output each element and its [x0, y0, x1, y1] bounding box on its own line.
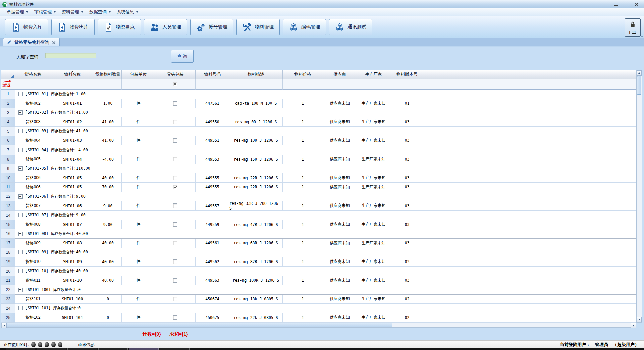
- row-number[interactable]: 24: [1, 304, 15, 313]
- row-number[interactable]: 21: [1, 276, 15, 285]
- column-header-物料价格[interactable]: 物料价格: [283, 70, 323, 79]
- filter-cell-包装单位[interactable]: [122, 79, 155, 90]
- group-row[interactable]: 20[SMT01-10] 库存数量合计:40.00: [1, 267, 636, 276]
- group-row[interactable]: 5[SMT01-03] 库存数量合计:41.00: [1, 127, 636, 136]
- menu-audit-mgmt[interactable]: 审核管理: [31, 8, 59, 16]
- toolbar-button-personnel-mgmt[interactable]: 人员管理: [144, 19, 187, 35]
- table-row[interactable]: 10货格006SMT01-0540.00件449555res-mg 22R J …: [1, 173, 636, 183]
- checkbox-unchecked[interactable]: [173, 315, 177, 320]
- collapse-group-icon[interactable]: [18, 110, 23, 115]
- column-header-货格名称[interactable]: 货格名称: [15, 70, 51, 79]
- menu-system-info[interactable]: 系统信息: [114, 8, 141, 16]
- table-row[interactable]: 13货格007SMT01-069.00件449557res-mg 33R J 2…: [1, 201, 636, 211]
- column-header-物料号码[interactable]: 物料号码: [196, 70, 229, 79]
- table-row[interactable]: 15货格008SMT01-079.00件449559res-mg 47R J 1…: [1, 220, 636, 229]
- row-number[interactable]: 25: [1, 313, 15, 323]
- row-number[interactable]: 7: [1, 145, 15, 155]
- toolbar-button-account-mgmt[interactable]: 帐号管理: [190, 19, 233, 35]
- group-row[interactable]: 12[SMT01-06] 库存数量合计:9.00: [1, 192, 636, 201]
- horizontal-scroll-thumb[interactable]: [7, 323, 392, 327]
- tab-huoge-lingtou-query[interactable]: 货格零头物料查询: [3, 38, 60, 46]
- row-number[interactable]: 10: [1, 173, 15, 183]
- toolbar-button-comm-test[interactable]: 通讯测试: [329, 19, 372, 35]
- checkbox-unchecked[interactable]: [173, 138, 177, 143]
- filter-cell-物料描述[interactable]: [229, 79, 283, 90]
- filter-cell-货格名称[interactable]: [15, 79, 51, 90]
- table-row[interactable]: 19货格010SMT01-0940.00件449562res-mg 82R J …: [1, 257, 636, 267]
- row-number[interactable]: 15: [1, 220, 15, 229]
- table-row[interactable]: 21货格011SMT01-1040.00件449563res-mg 100R J…: [1, 276, 636, 285]
- filter-checkbox[interactable]: [173, 82, 177, 86]
- table-row[interactable]: 2货格002SMT01-011.00件447561cap-ta 10u M 10…: [1, 99, 636, 108]
- lock-f11-button[interactable]: F11: [625, 18, 641, 37]
- checkbox-unchecked[interactable]: [173, 222, 177, 227]
- column-header-生产厂家[interactable]: 生产厂家: [357, 70, 390, 79]
- filter-cell-物料版本号[interactable]: [390, 79, 424, 90]
- row-number[interactable]: 6: [1, 136, 15, 145]
- tab-close-icon[interactable]: [52, 41, 56, 44]
- scroll-left-icon[interactable]: [2, 323, 7, 328]
- menu-data-query[interactable]: 数据查询: [86, 8, 114, 16]
- scroll-up-icon[interactable]: [637, 70, 642, 76]
- collapse-group-icon[interactable]: [18, 288, 23, 292]
- row-number[interactable]: 22: [1, 285, 15, 295]
- group-row[interactable]: 9[SMT01-05] 库存数量合计:110.00: [1, 164, 636, 173]
- menu-data-file-mgmt[interactable]: 资料管理: [59, 8, 86, 16]
- group-row[interactable]: 7[SMT01-04] 库存数量合计:-4.00: [1, 145, 636, 155]
- vertical-scrollbar[interactable]: [636, 70, 642, 323]
- menu-document-mgmt[interactable]: 单据管理: [4, 8, 31, 16]
- row-number[interactable]: 8: [1, 155, 15, 164]
- collapse-group-icon[interactable]: [18, 194, 23, 199]
- column-header-包装单位[interactable]: 包装单位: [122, 70, 155, 79]
- filter-cell-生产厂家[interactable]: [357, 79, 390, 90]
- table-row[interactable]: 4货格003SMT01-0241.00件449550res-mg 0R J 12…: [1, 117, 636, 127]
- row-number[interactable]: 9: [1, 164, 15, 173]
- collapse-group-icon[interactable]: [18, 213, 23, 217]
- checkbox-unchecked[interactable]: [173, 101, 177, 106]
- row-number[interactable]: 20: [1, 267, 15, 276]
- collapse-group-icon[interactable]: [18, 269, 23, 273]
- checkbox-unchecked[interactable]: [173, 157, 177, 161]
- toolbar-button-material-inbound[interactable]: 物资入库: [5, 19, 48, 35]
- table-row[interactable]: 23货格101SMT01-1000件450674res-mg 18k J 080…: [1, 295, 636, 304]
- filter-cell-零头包装[interactable]: [155, 79, 196, 90]
- keyword-query-input[interactable]: [45, 53, 96, 58]
- filter-cell-物料名称[interactable]: [51, 79, 94, 90]
- checkbox-unchecked[interactable]: [173, 259, 177, 264]
- taskbar-button[interactable]: [6, 348, 35, 350]
- column-header-货格物料数量[interactable]: 货格物料数量: [94, 70, 122, 79]
- collapse-group-icon[interactable]: [18, 306, 23, 310]
- row-number[interactable]: 2: [1, 99, 15, 108]
- row-number[interactable]: 12: [1, 192, 15, 201]
- grid-corner-select-all[interactable]: [1, 70, 15, 79]
- table-row[interactable]: 6货格004SMT01-0341.00件449551res-mg 10R J 1…: [1, 136, 636, 145]
- maximize-button[interactable]: [624, 2, 629, 7]
- taskbar-button[interactable]: [160, 348, 190, 350]
- column-header-零头包装[interactable]: 零头包装: [155, 70, 196, 79]
- filter-cell-物料号码[interactable]: [196, 79, 229, 90]
- checkbox-checked[interactable]: [173, 185, 177, 189]
- toolbar-button-material-mgmt[interactable]: 物料管理: [236, 19, 280, 35]
- taskbar-button[interactable]: [129, 348, 159, 350]
- toolbar-button-stocktake[interactable]: 物资盘点: [98, 19, 141, 35]
- row-number[interactable]: 17: [1, 239, 15, 248]
- taskbar-button[interactable]: [37, 348, 66, 350]
- toolbar-overflow-icon[interactable]: [641, 36, 643, 37]
- group-row[interactable]: 16[SMT01-08] 库存数量合计:40.00: [1, 229, 636, 239]
- query-button[interactable]: 查 询: [171, 50, 194, 63]
- row-number[interactable]: 1: [1, 90, 15, 99]
- checkbox-unchecked[interactable]: [173, 278, 177, 283]
- filter-cell-物料价格[interactable]: [283, 79, 323, 90]
- column-header-物料名称[interactable]: 物料名称: [51, 70, 94, 79]
- toolbar-button-material-outbound[interactable]: 物资出库: [51, 19, 95, 35]
- column-header-供应商[interactable]: 供应商: [323, 70, 357, 79]
- collapse-group-icon[interactable]: [18, 92, 23, 96]
- group-row[interactable]: 18[SMT01-09] 库存数量合计:40.00: [1, 248, 636, 257]
- collapse-group-icon[interactable]: [18, 148, 23, 152]
- filter-cell-供应商[interactable]: [323, 79, 357, 90]
- checkbox-unchecked[interactable]: [173, 297, 177, 301]
- collapse-group-icon[interactable]: [18, 129, 23, 133]
- checkbox-unchecked[interactable]: [173, 176, 177, 180]
- row-number[interactable]: 16: [1, 229, 15, 239]
- table-row[interactable]: 25货格102SMT01-1010件450675res-mg 22k J 080…: [1, 313, 636, 323]
